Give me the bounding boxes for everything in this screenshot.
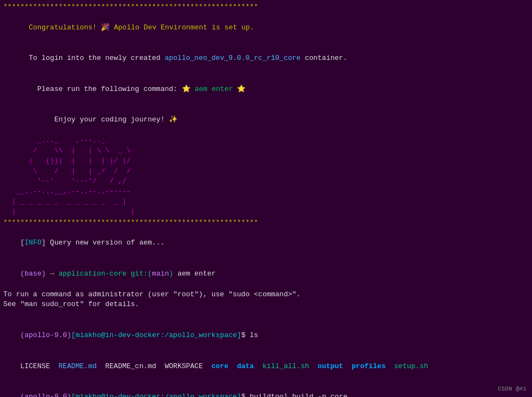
sudo-note: To run a command as administrator (user … [3,290,529,300]
ls-readme: README.md [58,362,105,370]
bracket-open: [ [20,239,25,247]
gtt-close: ) [169,270,173,278]
app-core-text: application-core [58,270,131,278]
apollo-env: (apollo-9.0) [20,331,71,339]
dollar-sign: $ ls [241,331,258,339]
ls-output: output [317,362,351,370]
watermark: CSDN @#i [498,385,527,394]
please-line: Please run the following command: ⭐ aem … [3,74,529,105]
star2: ⭐ [233,85,246,93]
info-query-line: [INFO] Query new version of aem... [3,228,529,259]
aem-enter-cmd: aem enter [194,85,233,93]
terminal: ****************************************… [0,0,532,397]
user-host2: [miakho@in-dev-docker:/apollo_workspace] [71,393,241,397]
ls-readme-cn: README_cn.md WORKSPACE [105,362,211,370]
ascii-art-block: _..._ ,---.._ / \\ | | \ \ _ \ | ())| | … [3,136,529,218]
ls-license: LICENSE [20,362,58,370]
prompt-ls-line: (apollo-9.0)[miakho@in-dev-docker:/apoll… [3,320,529,351]
main-branch: main [152,270,169,278]
apollo-env2: (apollo-9.0) [20,393,71,397]
ls-data: data [237,362,262,370]
base-env: (base) [20,270,50,278]
congratulations-text: Congratulations! 🎉 Apollo Dev Environmen… [20,23,254,32]
gtt-text: git:( [131,270,152,278]
login-line: To login into the newly created apollo_n… [3,43,529,74]
see-man: See "man sudo_root" for details. [3,300,529,310]
enjoy-text: Enjoy your coding journey! ✨ [20,115,178,124]
login-text: To login into the newly created [20,54,164,62]
aem-enter-cmd2: aem enter [173,270,216,278]
container-text: container. [301,54,347,62]
prompt-buildtool-line: (apollo-9.0)[miakho@in-dev-docker:/apoll… [3,382,529,397]
congratulations-line: Congratulations! 🎉 Apollo Dev Environmen… [3,13,529,44]
blank-line [3,310,529,320]
enjoy-line: Enjoy your coding journey! ✨ [3,105,529,136]
info-msg: Query new version of aem... [46,239,164,247]
ls-output-line: LICENSE README.md README_cn.md WORKSPACE… [3,351,529,382]
info-label: INFO [25,239,41,247]
user-host: [miakho@in-dev-docker:/apollo_workspace] [71,331,241,339]
ls-killall: kill_all.sh [262,362,317,370]
ls-core: core [211,362,237,370]
base-prompt-line: (base) → application-core git:(main) aem… [3,259,529,290]
arrow-icon: → [50,270,59,278]
stars-line-2: ****************************************… [3,218,529,228]
apollo-link: apollo_neo_dev_9.0.0_rc_r10_core [164,54,301,62]
ls-profiles: profiles [352,362,394,370]
dollar-sign2: $ buildtool build -p core [241,393,347,397]
stars-line-1: ****************************************… [3,2,529,13]
please-text: Please run the following command: ⭐ [20,85,194,93]
ls-setup: setup.sh [394,362,428,370]
bracket-close: ] [41,239,46,247]
